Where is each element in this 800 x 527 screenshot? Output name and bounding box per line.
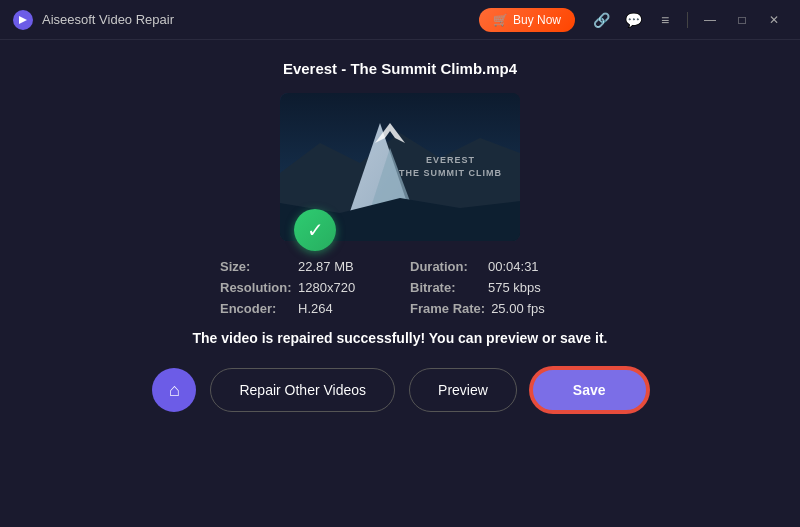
preview-button[interactable]: Preview [409,368,517,412]
meta-row: Encoder:H.264 [220,301,390,316]
action-bar: ⌂ Repair Other Videos Preview Save [152,368,647,412]
meta-label: Duration: [410,259,482,274]
meta-row: Size:22.87 MB [220,259,390,274]
repair-other-label: Repair Other Videos [239,382,366,398]
maximize-button[interactable]: □ [728,6,756,34]
success-message: The video is repaired successfully! You … [193,330,608,346]
meta-row: Frame Rate:25.00 fps [410,301,580,316]
close-button[interactable]: ✕ [760,6,788,34]
video-thumbnail-wrapper: EVERESTTHE SUMMIT CLIMB ✓ [280,93,520,241]
meta-row: Bitrate:575 kbps [410,280,580,295]
main-content: Everest - The Summit Climb.mp4 [0,40,800,527]
meta-value: H.264 [298,301,333,316]
menu-icon-button[interactable]: ≡ [651,6,679,34]
meta-label: Frame Rate: [410,301,485,316]
meta-value: 1280x720 [298,280,355,295]
meta-value: 575 kbps [488,280,541,295]
success-badge: ✓ [294,209,336,251]
home-button[interactable]: ⌂ [152,368,196,412]
titlebar-right: 🛒 Buy Now 🔗 💬 ≡ — □ ✕ [479,6,788,34]
app-logo-icon [12,9,34,31]
link-icon-button[interactable]: 🔗 [587,6,615,34]
meta-value: 22.87 MB [298,259,354,274]
chat-icon-button[interactable]: 💬 [619,6,647,34]
meta-label: Bitrate: [410,280,482,295]
separator [687,12,688,28]
save-button[interactable]: Save [531,368,648,412]
meta-value: 00:04:31 [488,259,539,274]
cart-icon: 🛒 [493,13,508,27]
meta-value: 25.00 fps [491,301,545,316]
meta-row: Resolution:1280x720 [220,280,390,295]
checkmark-icon: ✓ [307,218,324,242]
save-label: Save [573,382,606,398]
minimize-button[interactable]: — [696,6,724,34]
titlebar-left: Aiseesoft Video Repair [12,9,174,31]
video-metadata: Size:22.87 MBDuration:00:04:31Resolution… [220,259,580,316]
meta-label: Size: [220,259,292,274]
meta-row: Duration:00:04:31 [410,259,580,274]
home-icon: ⌂ [169,380,180,401]
repair-other-videos-button[interactable]: Repair Other Videos [210,368,395,412]
meta-label: Resolution: [220,280,292,295]
buy-now-label: Buy Now [513,13,561,27]
buy-now-button[interactable]: 🛒 Buy Now [479,8,575,32]
thumbnail-text: EVERESTTHE SUMMIT CLIMB [399,154,502,179]
app-title: Aiseesoft Video Repair [42,12,174,27]
titlebar: Aiseesoft Video Repair 🛒 Buy Now 🔗 💬 ≡ —… [0,0,800,40]
video-title: Everest - The Summit Climb.mp4 [283,60,517,77]
preview-label: Preview [438,382,488,398]
meta-label: Encoder: [220,301,292,316]
